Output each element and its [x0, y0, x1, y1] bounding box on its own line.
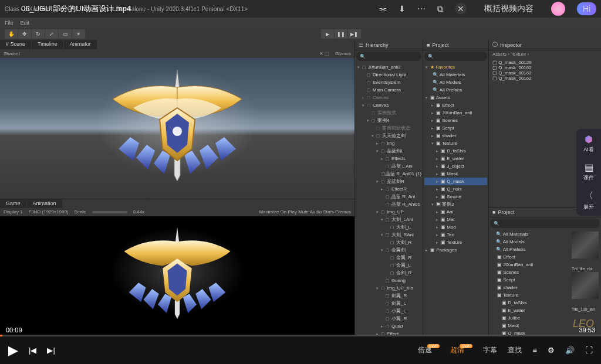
tree-item[interactable]: ▾▢金翼剑	[356, 246, 421, 254]
hierarchy-tree[interactable]: ▾▢JiXunBan_anli2▢Directional Light▢Event…	[355, 62, 423, 335]
fullscreen-icon[interactable]: ⛶	[585, 346, 593, 355]
proj-item[interactable]: ▸▣ Ani	[424, 208, 487, 216]
tree-item[interactable]: ▸▢Canvas	[356, 94, 421, 101]
tree-item[interactable]: ▸▢Quad	[356, 322, 421, 330]
play-button-icon[interactable]: ▶	[321, 29, 334, 39]
breadcrumb[interactable]: Assets › Texture ›	[489, 50, 601, 59]
tab-timeline[interactable]: Timeline	[32, 40, 63, 49]
progress-bar[interactable]	[0, 335, 601, 336]
speed-button[interactable]: 倍速SWP	[418, 345, 440, 355]
tree-item[interactable]: ▾▢JiXunBan_anli2	[356, 63, 421, 71]
proj-item[interactable]: ▸▣ Texture	[424, 239, 487, 246]
tree-item[interactable]: ▢小翼_R	[356, 315, 421, 322]
prev-icon[interactable]: |◀	[29, 346, 36, 355]
proj-item[interactable]: ▸▣ Smoke	[424, 193, 487, 200]
proj-item[interactable]: ▸▣ Tex	[424, 231, 487, 239]
tree-item[interactable]: ▢剑翼_R	[356, 292, 421, 300]
tree-item[interactable]: ▢实例预览	[356, 109, 421, 117]
proj-item[interactable]: ▸▣ JiXunBan_anli	[424, 109, 487, 117]
tree-item[interactable]: ▸▢Img	[356, 140, 421, 147]
tree-item[interactable]: ▢晶蓝 L Ani	[356, 162, 421, 170]
tree-item[interactable]: ▢晶蓝 R_Ani01	[356, 200, 421, 208]
tree-item[interactable]: ▢案例初始状态	[356, 124, 421, 132]
proj-item[interactable]: ▸▣ Mask	[424, 170, 487, 178]
asset-row[interactable]: ▢ Q_mask_00162	[492, 70, 597, 76]
tree-item[interactable]: ▢大剑_R	[356, 239, 421, 246]
pip-icon[interactable]: ⧉	[437, 4, 443, 14]
project2-search[interactable]: 🔍	[490, 219, 600, 228]
project-tree[interactable]: ▾★ Favorites🔍 All Materials🔍 All Models🔍…	[423, 62, 488, 335]
more-icon[interactable]: ⋯	[417, 4, 426, 13]
download-icon[interactable]: ⬇	[399, 4, 406, 13]
tree-item[interactable]: ▢金剑_R	[356, 269, 421, 277]
multi-tool-icon[interactable]: ✴	[72, 29, 85, 39]
step-button-icon[interactable]: ▶❚	[348, 29, 361, 39]
proj-item[interactable]: ▸▣ D_faShis	[424, 147, 487, 155]
share-icon[interactable]: ⫘	[379, 4, 387, 13]
proj-item[interactable]: ▸▣ Mod	[424, 223, 487, 231]
asset-row[interactable]: ▢ Q_mask_00162	[492, 65, 597, 70]
proj-item[interactable]: ▸▣ Mat	[424, 216, 487, 223]
summary-button[interactable]: 概括视频内容	[478, 1, 539, 16]
proj-item[interactable]: ▸▣ J_object	[424, 162, 487, 170]
asset-thumb[interactable]: Tni_tile_nix	[572, 232, 599, 271]
project2-tree[interactable]: 🔍 All Materials🔍 All Models🔍 All Prefabs…	[489, 229, 569, 335]
game-viewport[interactable]	[0, 216, 354, 335]
asset-row[interactable]: ▢ Q_mask_00129	[492, 60, 597, 65]
tree-item[interactable]: ▾▢Img_UP_Xin	[356, 284, 421, 292]
hierarchy-search[interactable]: 🔍	[356, 52, 421, 61]
tree-item[interactable]: ▢Guang	[356, 277, 421, 284]
tab-scene[interactable]: # Scene	[0, 40, 31, 49]
pause-button-icon[interactable]: ❚❚	[335, 29, 347, 39]
asset-thumb[interactable]: Tile_139_lan	[572, 272, 599, 311]
tree-item[interactable]: ▢EventSystem	[356, 79, 421, 86]
tree-item[interactable]: ▢金翼_R	[356, 254, 421, 261]
scale-slider[interactable]	[92, 211, 127, 213]
notes-button[interactable]: ▤课件	[583, 162, 594, 182]
tree-item[interactable]: ▢Main Camera	[356, 86, 421, 94]
tree-item[interactable]: ▢小翼_L	[356, 307, 421, 315]
asset-row[interactable]: ▢ Q_mask_00162	[492, 76, 597, 81]
rect-tool-icon[interactable]: ▭	[59, 29, 72, 39]
move-tool-icon[interactable]: ✥	[18, 29, 31, 39]
tree-item[interactable]: ▾▢大剑_RAni	[356, 231, 421, 239]
resolution-dropdown[interactable]: FJHD (1920x1080)	[29, 209, 69, 215]
tree-item[interactable]: ▢剑翼_L	[356, 300, 421, 307]
proj-item[interactable]: ▸▣ Q_mask	[424, 178, 487, 185]
tree-item[interactable]: ▢金翼_L	[356, 261, 421, 269]
hi-badge[interactable]: Hi	[577, 2, 596, 15]
search-button[interactable]: 查找	[508, 345, 522, 355]
menu-edit[interactable]: Edit	[21, 20, 30, 26]
tree-item[interactable]: ▾▢Img_UP	[356, 208, 421, 216]
tree-item[interactable]: ▾▢Canvas	[356, 101, 421, 109]
tree-item[interactable]: ▢晶蓝 R_Ani	[356, 193, 421, 200]
proj-item[interactable]: ▾▣ Texture	[424, 140, 487, 147]
ai-watch-button[interactable]: ⬢AI看	[583, 134, 594, 154]
tree-item[interactable]: ▾▢天天验之剑	[356, 132, 421, 140]
proj-item[interactable]: ▸▣ Script	[424, 124, 487, 132]
proj-item[interactable]: ▸▣ Scenes	[424, 117, 487, 124]
settings-icon[interactable]: ⚙	[548, 346, 555, 355]
tree-item[interactable]: ▸▢EffectR	[356, 185, 421, 193]
tree-item[interactable]: ▸▢Effect	[356, 330, 421, 335]
gizmos-toggle[interactable]: Gizmos	[335, 51, 351, 56]
proj-item[interactable]: ▸▣ Q_nols	[424, 185, 487, 193]
game-options[interactable]: Maximize On Play Mute Audio Stats Gizmos	[259, 209, 352, 215]
tree-item[interactable]: ▢Directional Light	[356, 71, 421, 79]
tree-item[interactable]: ▾▢案例4	[356, 117, 421, 124]
playlist-icon[interactable]: ≡	[532, 346, 537, 355]
next-icon[interactable]: ▶|	[47, 346, 55, 355]
volume-icon[interactable]: 🔊	[565, 346, 575, 355]
tree-item[interactable]: ▾▢大剑_LAni	[356, 216, 421, 223]
scale-tool-icon[interactable]: ⤢	[45, 29, 58, 39]
scene-viewport[interactable]	[0, 58, 354, 199]
subtitle-button[interactable]: 字幕	[483, 345, 497, 355]
play-icon[interactable]: ▶	[8, 343, 18, 358]
hand-tool-icon[interactable]: ✋	[5, 29, 18, 39]
close-icon[interactable]: ✕	[455, 3, 467, 15]
tab-game[interactable]: Game	[0, 199, 26, 208]
tab-animation[interactable]: Animation	[27, 199, 62, 208]
project-search[interactable]: 🔍	[424, 52, 487, 61]
expand-button[interactable]: 〈展开	[583, 190, 594, 211]
proj-item[interactable]: ▸▣ E_water	[424, 155, 487, 162]
